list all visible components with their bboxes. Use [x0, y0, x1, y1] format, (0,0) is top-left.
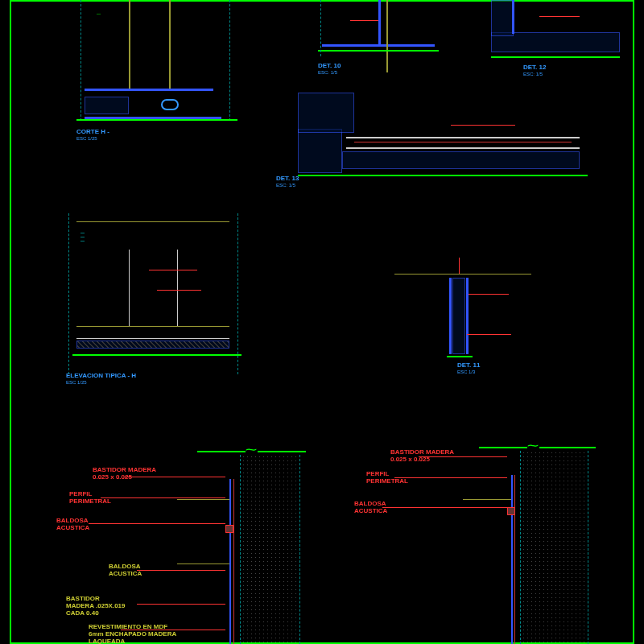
title-text: DET. 12 — [523, 64, 546, 71]
title-det-11: DET. 11 ESC 1/3 — [457, 362, 480, 374]
title-elevacion: ELEVACION TIPICA - H ESC 1/25 — [66, 373, 136, 385]
detail-11 — [378, 250, 547, 370]
title-det-10: DET. 10 ESC: 1/5 — [318, 63, 341, 75]
title-scale: ESC 1/25 — [66, 380, 136, 386]
label-revestimiento: REVESTIMIENTO EN MDF 6mm ENCHAPADO MADER… — [89, 624, 176, 644]
title-text: DET. 11 — [457, 361, 480, 369]
title-scale: ESC: 1/5 — [523, 72, 546, 77]
label-bastidor-2: BASTIDOR MADERA .025X.019 CADA 0.40 — [66, 596, 126, 617]
detail-elevacion: ——— — [52, 213, 254, 386]
break-line-icon: ⁓ — [527, 439, 539, 452]
title-text: DET. 10 — [318, 62, 341, 69]
label-bastidor-1: BASTIDOR MADERA 0.025 x 0.025 — [93, 467, 156, 481]
label-bastidor-3: BASTIDOR MADERA 0.025 x 0.025 — [390, 449, 454, 464]
title-scale: ESC 1/3 — [457, 369, 480, 375]
label-baldosa-acustica-2: BALDOSA ACUSTICA — [109, 564, 142, 578]
detail-13 — [266, 93, 604, 185]
detail-corte-h: — — [52, 0, 246, 137]
title-corte-h: CORTE H - ESC 1/25 — [76, 129, 109, 141]
break-line-icon: ⁓ — [246, 443, 257, 456]
title-text: CORTE H - — [76, 128, 109, 135]
title-scale: ESC: 1/5 — [276, 183, 299, 188]
detail-12 — [475, 0, 628, 80]
title-det-12: DET. 12 ESC: 1/5 — [523, 64, 546, 76]
title-text: ELEVACION TIPICA - H — [66, 372, 136, 379]
title-text: DET. 13 — [276, 175, 299, 182]
title-scale: ESC 1/25 — [76, 136, 109, 142]
detail-bottom-right: ⁓ — [346, 431, 620, 644]
label-perfil-perimetral-2: PERFIL PERIMETRAL — [366, 471, 408, 485]
label-perfil-perimetral: PERFIL PERIMETRAL — [69, 491, 111, 506]
label-baldosa-acustica-1: BALDOSA ACUSTICA — [56, 518, 89, 532]
label-baldosa-acustica-3: BALDOSA ACUSTICA — [354, 501, 387, 515]
title-scale: ESC: 1/5 — [318, 70, 341, 76]
title-det-13: DET. 13 ESC: 1/5 — [276, 175, 299, 188]
